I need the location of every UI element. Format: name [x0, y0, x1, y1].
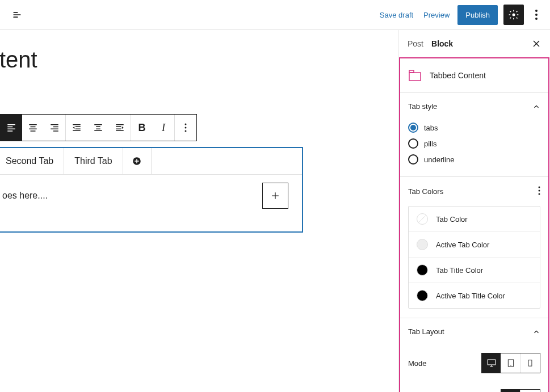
color-swatch-icon	[417, 264, 428, 276]
tab-content[interactable]: oes here....	[0, 175, 302, 231]
more-options-button[interactable]	[530, 5, 543, 25]
post-title[interactable]: ed Content	[0, 47, 37, 73]
align-right-icon	[49, 123, 60, 133]
svg-point-11	[539, 190, 540, 192]
svg-point-12	[539, 193, 540, 195]
add-tab-button[interactable]	[123, 148, 152, 174]
settings-sidebar: Post Block Tabbed Content Tab style tabs	[398, 30, 550, 392]
italic-button[interactable]: I	[153, 115, 174, 141]
mode-label: Mode	[408, 359, 427, 368]
display-horizontal-button[interactable]	[501, 390, 520, 392]
panel-tab-layout: Tab Layout Mode Tab Disp	[400, 318, 548, 392]
color-label: Active Tab Color	[436, 241, 489, 249]
plus-icon	[270, 190, 281, 201]
mode-mobile-button[interactable]	[520, 353, 540, 373]
align-right-button[interactable]	[44, 115, 65, 141]
indent-right-button[interactable]	[109, 115, 131, 141]
color-item-tab[interactable]: Tab Color	[409, 206, 540, 232]
bold-button[interactable]: B	[131, 115, 153, 141]
add-block-button[interactable]	[262, 183, 288, 209]
radio-circle-icon	[408, 123, 418, 133]
tab-block[interactable]: Block	[431, 39, 461, 48]
display-vertical-button[interactable]	[520, 390, 540, 392]
chevron-up-icon	[532, 103, 540, 111]
mode-tablet-button[interactable]	[501, 353, 520, 373]
panel-tab-style: Tab style tabs pills underline	[400, 93, 548, 177]
tab-post[interactable]: Post	[408, 39, 431, 48]
hamburger-icon	[11, 9, 23, 20]
color-swatch-icon	[417, 290, 428, 301]
publish-button[interactable]: Publish	[457, 5, 498, 25]
radio-pills[interactable]: pills	[408, 136, 540, 151]
layout-display-row: Tab Display	[400, 381, 548, 392]
radio-tabs-label: tabs	[424, 124, 438, 132]
topbar: Save draft Preview Publish	[0, 0, 550, 30]
plus-circle-icon	[132, 156, 142, 166]
panel-tab-colors-title: Tab Colors	[408, 187, 443, 196]
color-swatch-icon	[417, 239, 428, 250]
block-toolbar: B I	[0, 114, 197, 141]
block-header: Tabbed Content	[400, 58, 548, 93]
svg-point-5	[185, 127, 187, 129]
color-label: Tab Color	[436, 215, 468, 224]
panel-tab-colors-header[interactable]: Tab Colors	[400, 177, 548, 206]
radio-circle-icon	[408, 154, 418, 165]
mode-toggle-group	[481, 353, 540, 373]
align-left-button[interactable]	[1, 115, 22, 141]
radio-pills-label: pills	[424, 140, 436, 148]
radio-underline[interactable]: underline	[408, 151, 540, 167]
kebab-icon	[184, 123, 187, 132]
radio-tabs[interactable]: tabs	[408, 120, 540, 136]
tab-row: Second Tab Third Tab	[0, 148, 302, 175]
tab-third[interactable]: Third Tab	[64, 148, 123, 174]
color-label: Tab Title Color	[436, 266, 483, 275]
tab-colors-more-button[interactable]	[538, 186, 540, 197]
tabbed-content-block[interactable]: Second Tab Third Tab oes here....	[0, 147, 303, 233]
mobile-icon	[526, 359, 534, 367]
sidebar-close-button[interactable]	[530, 37, 543, 50]
align-center-button[interactable]	[22, 115, 44, 141]
tabbed-content-icon	[408, 69, 422, 82]
radio-underline-label: underline	[424, 155, 455, 164]
svg-point-0	[513, 14, 515, 16]
indent-left-button[interactable]	[66, 115, 87, 141]
color-item-active-tab[interactable]: Active Tab Color	[409, 232, 540, 258]
svg-point-10	[539, 187, 540, 188]
toolbar-more-button[interactable]	[175, 115, 196, 141]
indent-center-icon	[93, 123, 103, 133]
preview-button[interactable]: Preview	[421, 7, 452, 23]
display-toggle-group	[501, 389, 540, 392]
color-list: Tab Color Active Tab Color Tab Title Col…	[408, 206, 540, 309]
svg-rect-8	[409, 73, 421, 81]
topbar-right: Save draft Preview Publish	[377, 5, 543, 25]
color-item-tab-title[interactable]: Tab Title Color	[409, 258, 540, 283]
tab-second[interactable]: Second Tab	[0, 148, 64, 174]
svg-point-1	[535, 10, 538, 12]
radio-circle-icon	[408, 138, 418, 149]
kebab-icon	[538, 186, 540, 195]
tab-content-text: oes here....	[2, 191, 48, 200]
sidebar-tabs: Post Block	[398, 30, 550, 57]
panel-tab-layout-title: Tab Layout	[408, 327, 444, 336]
close-icon	[532, 39, 541, 48]
indent-center-button[interactable]	[87, 115, 109, 141]
align-left-icon	[6, 123, 16, 133]
svg-point-4	[185, 124, 187, 125]
mode-desktop-button[interactable]	[482, 353, 501, 373]
panel-tab-style-header[interactable]: Tab style	[400, 93, 548, 120]
kebab-icon	[535, 10, 538, 20]
sidebar-body: Tabbed Content Tab style tabs pills unde…	[399, 57, 549, 392]
svg-point-15	[510, 365, 511, 365]
save-draft-button[interactable]: Save draft	[377, 7, 415, 23]
tablet-icon	[506, 359, 515, 368]
svg-point-17	[530, 365, 530, 365]
layout-mode-row: Mode	[400, 345, 548, 381]
panel-tab-colors: Tab Colors Tab Color Active Tab Color	[400, 177, 548, 318]
settings-button[interactable]	[503, 5, 524, 25]
indent-right-icon	[115, 123, 125, 133]
color-item-active-tab-title[interactable]: Active Tab Title Color	[409, 283, 540, 308]
svg-point-3	[535, 18, 538, 20]
menu-toggle-button[interactable]	[7, 5, 27, 25]
editor-canvas: ed Content	[0, 30, 398, 392]
panel-tab-layout-header[interactable]: Tab Layout	[400, 318, 548, 345]
